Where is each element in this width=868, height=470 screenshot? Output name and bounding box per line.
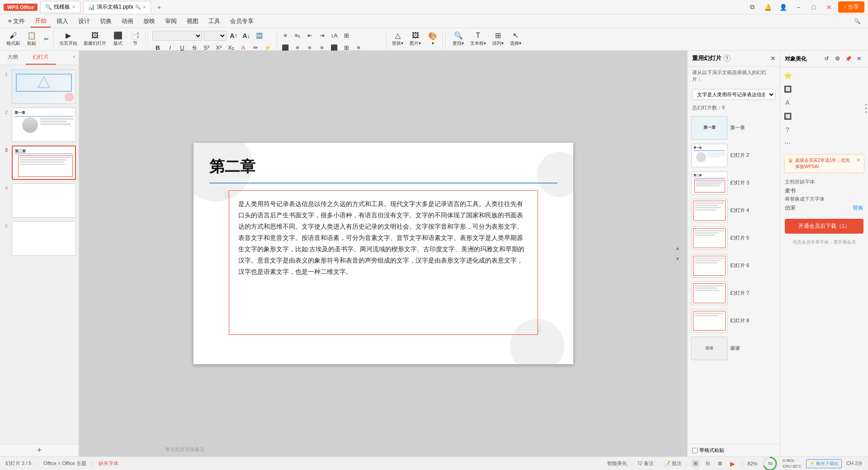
slide-canvas[interactable]: 第二章 // // 是人类用符号记录表达信息以传之久远的方式和工具。现代文字大多… — [193, 143, 573, 364]
paste-with-format-checkbox[interactable] — [692, 448, 698, 453]
view-normal-btn[interactable]: ⊞ — [692, 460, 699, 467]
toolbar-select[interactable]: ↖ 选择▾ — [507, 31, 524, 47]
font-size-increase[interactable]: A↑ — [228, 30, 239, 41]
window-bell-button[interactable]: 🔔 — [761, 1, 774, 14]
slide-item-3[interactable]: 3 第二章 — [2, 145, 77, 181]
vip-banner-close[interactable]: ✕ — [856, 157, 860, 163]
menu-search-button[interactable]: 🔍 — [850, 17, 864, 26]
slide-note-area[interactable]: 单击此处添加备注 — [165, 446, 205, 453]
scroll-down-arrow[interactable]: ▼ — [674, 255, 682, 263]
toolbar-textbox[interactable]: T 文本框▾ — [467, 31, 489, 47]
tab-doc-close[interactable]: ✕ — [142, 5, 146, 9]
object-action-5[interactable]: ? — [782, 124, 793, 135]
view-read-btn[interactable]: ⊠ — [716, 460, 724, 467]
slide-item-2[interactable]: 2 第一章 — [2, 107, 77, 143]
toolbar-image[interactable]: 🖼 图片▾ — [407, 31, 424, 47]
toolbar-new-slide[interactable]: 🖼 新建幻灯片 — [81, 31, 109, 47]
tab-doc-search[interactable]: 🔍 — [135, 5, 141, 9]
menu-file[interactable]: ≡ 文件 — [4, 15, 29, 27]
scroll-up-arrow[interactable]: ▲ — [674, 244, 682, 252]
toolbar-shape[interactable]: △ 形状▾ — [389, 31, 406, 47]
menu-view[interactable]: 视图 — [182, 15, 203, 27]
object-pin-btn[interactable]: 📌 — [844, 54, 853, 63]
share-button[interactable]: ↑ 分享 — [838, 1, 864, 13]
reuse-slide-1[interactable]: 第一章 第一章 — [689, 115, 778, 141]
reuse-slide-4[interactable]: 幻灯片 4 — [689, 197, 778, 224]
toolbar-layout[interactable]: ⬛ 版式 — [110, 31, 126, 47]
menu-transition[interactable]: 切换 — [95, 15, 116, 27]
tab-slides[interactable]: 幻灯片 — [25, 51, 56, 65]
reuse-file-select[interactable]: 文字是人类用符号记录表达信息以（ — [692, 89, 775, 100]
toolbar-section[interactable]: 📑 节 — [127, 31, 143, 47]
toolbar-cut[interactable]: ✂ — [41, 34, 52, 45]
font-replace-link[interactable]: 替换 — [853, 204, 863, 212]
view-fullscreen-btn[interactable]: ▶ — [728, 459, 737, 468]
slide-item-4[interactable]: 4 — [2, 183, 77, 219]
line-spacing-btn[interactable]: ↕A — [329, 30, 340, 41]
tab-templates[interactable]: 🔍 找模板 ✕ — [40, 1, 80, 13]
object-action-6[interactable]: ⋯ — [782, 138, 793, 149]
reuse-help-icon[interactable]: ? — [723, 55, 731, 62]
slide-item-5[interactable]: 5 — [2, 221, 77, 257]
indent-more-btn[interactable]: ⇥ — [316, 30, 327, 41]
add-slide-button[interactable]: + — [0, 444, 79, 456]
tab-outline[interactable]: 大纲 — [0, 51, 25, 65]
toolbar-format-painter[interactable]: 🖌 格式刷 — [4, 31, 23, 47]
canvas-title[interactable]: 第二章 — [209, 156, 255, 177]
object-settings-btn[interactable]: ⚙ — [833, 54, 842, 63]
indent-less-btn[interactable]: ⇤ — [304, 30, 315, 41]
reuse-slide-7[interactable]: 幻灯片 7 — [689, 280, 778, 306]
reuse-close-icon[interactable]: ✕ — [770, 55, 775, 62]
object-action-1[interactable]: ⭐ — [782, 70, 793, 81]
object-action-2[interactable]: 🔲 — [782, 84, 793, 94]
reuse-slide-9[interactable]: 谢谢 谢谢 — [689, 335, 778, 362]
window-restore-button[interactable]: ⧉ — [746, 1, 759, 14]
font-family-select[interactable] — [152, 31, 202, 41]
menu-animation[interactable]: 动画 — [117, 15, 138, 27]
canvas-text-box[interactable]: 是人类用符号记录表达信息以传之久远的方式和工具。现代文字大多是记录语言的工具。人… — [229, 190, 538, 335]
reuse-slide-2[interactable]: 第一章 幻灯片 2 — [689, 142, 778, 169]
menu-review[interactable]: 审阅 — [160, 15, 181, 27]
reuse-slide-5[interactable]: 幻灯片 5 — [689, 225, 778, 251]
number-list-btn[interactable]: ≡₁ — [292, 30, 303, 41]
reuse-slide-3[interactable]: 第二章 幻灯片 3 — [689, 170, 778, 196]
tab-close-icon[interactable]: ✕ — [72, 5, 75, 9]
slide-item-1[interactable]: 1 — [2, 69, 77, 105]
window-account-button[interactable]: 👤 — [777, 1, 789, 14]
font-clear-format[interactable]: 🆓 — [254, 30, 264, 41]
toolbar-text-fill[interactable]: 🎨 ▾ — [425, 31, 441, 47]
menu-design[interactable]: 设计 — [74, 15, 94, 27]
window-maximize-button[interactable]: □ — [807, 1, 820, 14]
vip-download-button[interactable]: 开通会员后下载（1） — [785, 219, 863, 234]
bullet-list-btn[interactable]: ≡ — [280, 30, 291, 41]
font-size-select[interactable] — [204, 31, 226, 41]
object-action-4[interactable]: 🔲 — [782, 111, 793, 122]
toolbar-current-page[interactable]: ▶ 当页开始 — [57, 31, 80, 47]
toolbar-find[interactable]: 🔍 查找▾ — [450, 31, 467, 47]
menu-vip[interactable]: 会员专享 — [226, 15, 258, 27]
reuse-slide-8[interactable]: 幻灯片 8 — [689, 308, 778, 334]
menu-insert[interactable]: 插入 — [52, 15, 73, 27]
font-warning-label[interactable]: 缺失字体 — [99, 460, 118, 467]
column-btn[interactable]: ⊞ — [341, 30, 352, 41]
object-close-btn[interactable]: ✕ — [854, 54, 863, 63]
jiaguang-logo[interactable]: ⚡ 极光下载站 — [806, 459, 842, 468]
new-tab-button[interactable]: + — [154, 2, 165, 13]
comment-btn[interactable]: 🗨 备注 — [637, 460, 654, 467]
toolbar-arrange[interactable]: ⊞ 排列▾ — [490, 31, 506, 47]
window-minimize-button[interactable]: − — [792, 1, 805, 14]
font-size-decrease[interactable]: A↓ — [241, 30, 252, 41]
note-btn[interactable]: 📝 批注 — [664, 460, 682, 467]
menu-tools[interactable]: 工具 — [204, 15, 225, 27]
wps-logo[interactable]: WPS Office — [4, 4, 38, 11]
view-grid-btn[interactable]: ⊟ — [704, 460, 712, 467]
panel-collapse-btn[interactable]: ‹ — [70, 51, 79, 65]
object-action-3[interactable]: A — [782, 97, 793, 108]
menu-slideshow[interactable]: 放映 — [139, 15, 160, 27]
object-refresh-btn[interactable]: ↺ — [822, 54, 831, 63]
reuse-slide-6[interactable]: 幻灯片 6 — [689, 253, 778, 279]
tab-document[interactable]: 📊 演示文稿1.pptx 🔍 ✕ — [83, 1, 151, 13]
smart-btn[interactable]: 智能美化 — [607, 460, 627, 467]
window-close-button[interactable]: ✕ — [823, 1, 835, 14]
toolbar-paste[interactable]: 📋 粘贴 — [24, 31, 40, 47]
